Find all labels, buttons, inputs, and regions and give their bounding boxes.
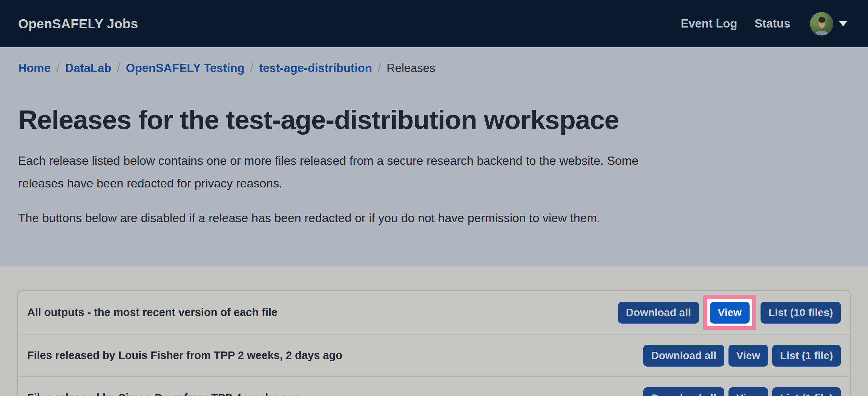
breadcrumb-workspace[interactable]: test-age-distribution [259,61,372,76]
intro-text: Each release listed below contains one o… [18,149,850,195]
download-all-button[interactable]: Download all [618,302,699,324]
release-row-actions: Download all View List (1 file) [643,387,841,396]
page-title: Releases for the test-age-distribution w… [18,104,850,135]
breadcrumb-separator: / [378,61,381,76]
note-text: The buttons below are disabled if a rele… [18,207,850,229]
download-all-button[interactable]: Download all [643,387,724,396]
release-row-actions: Download all View List (1 file) [643,345,841,367]
release-row-label: All outputs - the most recent version of… [27,306,278,319]
release-row-label: Files released by Simon Davy from TPP 4 … [27,392,300,396]
hero-section: Home / DataLab / OpenSAFELY Testing / te… [0,47,868,266]
release-row-louis-fisher: Files released by Louis Fisher from TPP … [18,334,850,376]
releases-section: All outputs - the most recent version of… [0,266,868,396]
breadcrumb-separator: / [250,61,253,76]
highlight-annotation: View [703,295,756,330]
breadcrumb-home[interactable]: Home [18,61,51,76]
list-files-button[interactable]: List (1 file) [772,345,841,367]
release-row-all-outputs: All outputs - the most recent version of… [18,291,850,334]
breadcrumb-datalab[interactable]: DataLab [65,61,111,76]
header: OpenSAFELY Jobs Event Log Status [0,0,868,47]
nav-event-log[interactable]: Event Log [681,17,737,31]
breadcrumb-separator: / [117,61,120,76]
user-menu[interactable] [810,12,847,35]
brand-title[interactable]: OpenSAFELY Jobs [18,16,138,31]
release-row-simon-davy: Files released by Simon Davy from TPP 4 … [18,376,850,396]
intro-line-2: releases have been redacted for privacy … [18,177,282,190]
view-button[interactable]: View [728,345,768,367]
avatar[interactable] [810,12,833,35]
download-all-button[interactable]: Download all [643,345,724,367]
list-files-button[interactable]: List (10 files) [761,302,841,324]
releases-card: All outputs - the most recent version of… [17,290,851,396]
header-nav: Event Log Status [681,12,847,35]
breadcrumb: Home / DataLab / OpenSAFELY Testing / te… [18,61,850,76]
list-files-button[interactable]: List (1 file) [772,387,841,396]
breadcrumb-opensafely-testing[interactable]: OpenSAFELY Testing [126,61,245,76]
nav-status[interactable]: Status [755,17,790,31]
breadcrumb-separator: / [56,61,60,76]
breadcrumb-current-releases: Releases [386,61,435,76]
intro-line-1: Each release listed below contains one o… [18,154,638,167]
view-button[interactable]: View [710,302,750,324]
release-row-actions: Download all View List (10 files) [618,295,841,330]
chevron-down-icon[interactable] [839,21,847,26]
view-button[interactable]: View [728,387,768,396]
release-row-label: Files released by Louis Fisher from TPP … [27,349,342,362]
